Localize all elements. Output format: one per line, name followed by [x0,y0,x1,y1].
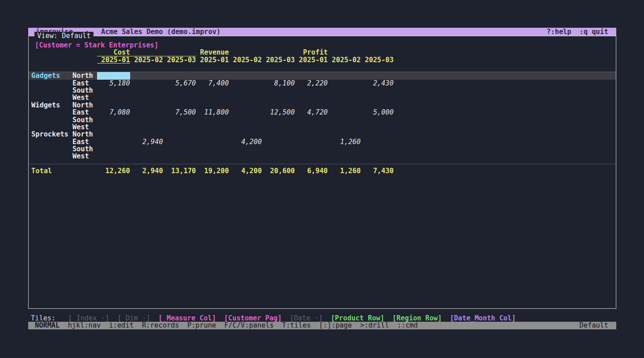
value-cell[interactable] [295,87,328,94]
value-cell[interactable] [328,109,361,116]
value-cell[interactable]: 2,940 [130,138,163,145]
value-cell[interactable] [262,94,295,101]
value-cell[interactable] [163,102,196,109]
value-cell[interactable] [196,116,229,124]
table-row[interactable]: East 2,940 4,200 1,260 [29,138,616,145]
value-cell[interactable] [328,131,361,138]
month-header[interactable]: 2025-01 [295,56,328,64]
value-cell[interactable] [229,116,262,124]
value-cell[interactable]: 7,500 [163,109,196,116]
value-cell[interactable] [229,80,262,87]
value-cell[interactable] [361,116,394,124]
value-cell[interactable] [328,116,361,124]
value-cell[interactable] [262,138,295,145]
table-row[interactable]: West [29,94,616,101]
value-cell[interactable] [229,131,262,138]
value-cell[interactable] [361,153,394,160]
value-cell[interactable] [97,131,130,138]
value-cell[interactable]: 1,260 [328,138,361,145]
table-row[interactable]: West [29,124,616,131]
page-filter-chip[interactable]: [Customer = Stark Enterprises] [35,42,616,49]
value-cell[interactable] [163,116,196,124]
value-cell[interactable] [130,72,163,79]
value-cell[interactable] [328,80,361,87]
value-cell[interactable] [262,124,295,131]
value-cell[interactable]: 4,200 [229,138,262,145]
table-row[interactable]: Gadgets North [29,72,616,79]
value-cell[interactable] [328,87,361,94]
value-cell[interactable] [262,87,295,94]
value-cell[interactable] [328,153,361,160]
value-cell[interactable] [295,94,328,101]
value-cell[interactable] [130,131,163,138]
value-cell[interactable]: 2,430 [361,80,394,87]
value-cell[interactable] [295,102,328,109]
value-cell[interactable] [97,102,130,109]
value-cell[interactable] [328,124,361,131]
value-cell[interactable] [196,138,229,145]
value-cell[interactable] [163,87,196,94]
value-cell[interactable] [361,131,394,138]
value-cell[interactable] [295,153,328,160]
table-row[interactable]: South [29,87,616,94]
table-row[interactable]: East 5,180 5,670 7,400 8,100 2,220 2,430 [29,80,616,87]
tile-toggle[interactable]: [ Dim ·] [117,315,150,322]
month-header[interactable]: 2025-03 [361,56,394,64]
value-cell[interactable] [97,94,130,101]
value-cell[interactable] [361,124,394,131]
value-cell[interactable] [97,72,130,79]
value-cell[interactable]: 11,800 [196,109,229,116]
value-cell[interactable] [196,87,229,94]
value-cell[interactable]: 2,220 [295,80,328,87]
value-cell[interactable] [229,102,262,109]
value-cell[interactable] [361,87,394,94]
value-cell[interactable] [328,94,361,101]
value-cell[interactable] [130,116,163,124]
value-cell[interactable]: 7,400 [196,80,229,87]
value-cell[interactable] [262,102,295,109]
value-cell[interactable] [361,145,394,153]
value-cell[interactable] [196,72,229,79]
value-cell[interactable] [295,131,328,138]
tile-toggle[interactable]: [Customer Pag] [224,315,282,322]
tile-toggle[interactable]: [_Measure Col] [158,315,216,322]
value-cell[interactable] [163,72,196,79]
month-header[interactable]: 2025-02 [130,56,163,64]
value-cell[interactable] [361,94,394,101]
measure-header-revenue[interactable]: Revenue [196,49,229,56]
month-header[interactable]: 2025-02 [328,56,361,64]
value-cell[interactable] [295,124,328,131]
value-cell[interactable] [262,145,295,153]
value-cell[interactable] [262,72,295,79]
value-cell[interactable] [328,72,361,79]
month-header[interactable]: 2025-01 [196,56,229,64]
value-cell[interactable] [328,102,361,109]
value-cell[interactable] [196,145,229,153]
value-cell[interactable] [97,153,130,160]
month-header[interactable]: 2025-01 [97,56,130,64]
value-cell[interactable] [130,153,163,160]
value-cell[interactable]: 4,720 [295,109,328,116]
value-cell[interactable] [130,109,163,116]
value-cell[interactable] [163,94,196,101]
value-cell[interactable] [295,72,328,79]
value-cell[interactable]: 12,500 [262,109,295,116]
value-cell[interactable] [130,102,163,109]
table-row[interactable]: East 7,080 7,500 11,800 12,500 4,720 5,0… [29,109,616,116]
value-cell[interactable]: 7,080 [97,109,130,116]
value-cell[interactable] [229,109,262,116]
tile-toggle[interactable]: [Region Row] [392,315,442,322]
table-row[interactable]: South [29,116,616,124]
value-cell[interactable] [229,145,262,153]
value-cell[interactable] [97,124,130,131]
value-cell[interactable] [97,87,130,94]
tile-toggle[interactable]: [Date_Month Col] [450,315,516,322]
value-cell[interactable] [295,138,328,145]
value-cell[interactable] [229,94,262,101]
table-row[interactable]: Widgets North [29,102,616,109]
value-cell[interactable]: 5,180 [97,80,130,87]
value-cell[interactable] [229,153,262,160]
value-cell[interactable] [229,87,262,94]
month-header[interactable]: 2025-02 [229,56,262,64]
value-cell[interactable] [295,116,328,124]
